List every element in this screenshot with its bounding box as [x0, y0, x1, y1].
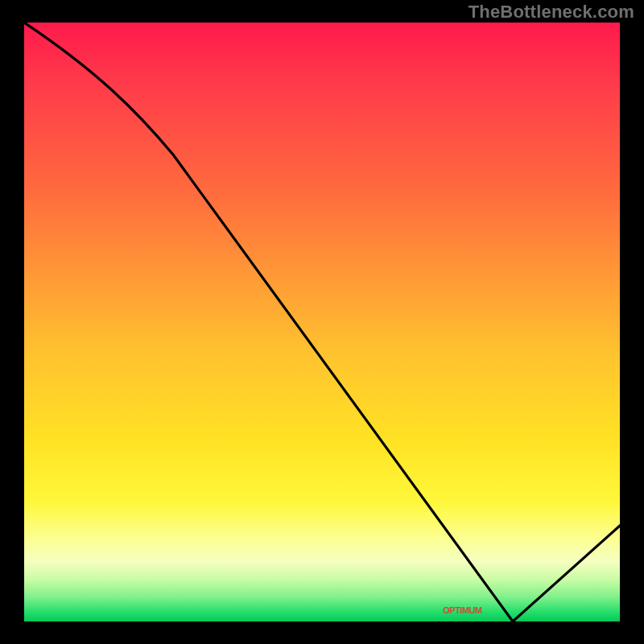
chart-stage: TheBottleneck.com OPTIMUM [0, 0, 644, 644]
plot-area: OPTIMUM [24, 23, 620, 621]
bottleneck-curve [24, 23, 620, 621]
watermark-text: TheBottleneck.com [469, 2, 634, 23]
minimum-label: OPTIMUM [443, 605, 481, 615]
